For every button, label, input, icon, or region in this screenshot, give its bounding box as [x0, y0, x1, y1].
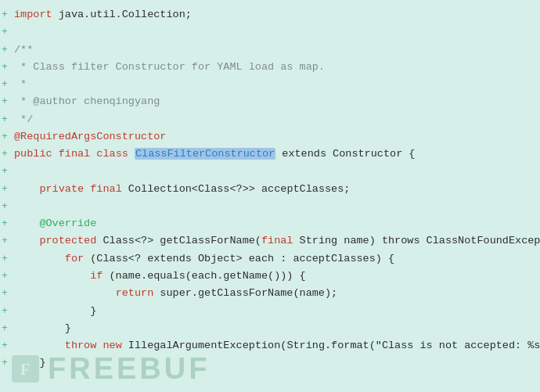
token: /**: [14, 44, 33, 56]
token: final: [59, 148, 91, 160]
line-content: }: [11, 320, 540, 337]
token: [52, 148, 59, 160]
line-content: * @author chenqingyang: [11, 93, 540, 110]
code-line: + * Class filter Constructor for YAML lo…: [0, 59, 540, 76]
line-content: @Override: [11, 215, 540, 232]
line-indicator: +: [0, 354, 11, 371]
code-line: +@RequiredArgsConstructor: [0, 128, 540, 146]
line-indicator: +: [0, 146, 11, 162]
token: @RequiredArgsConstructor: [14, 131, 166, 142]
line-content: private final Collection<Class<?>> accep…: [11, 181, 540, 198]
token: *: [14, 78, 27, 90]
token: for: [65, 253, 84, 264]
line-indicator: +: [0, 128, 11, 145]
token: [128, 148, 135, 160]
line-indicator: +: [0, 23, 11, 40]
code-line: + *: [0, 76, 540, 93]
token: private: [39, 183, 84, 195]
token: [14, 340, 65, 351]
line-content: if (name.equals(each.getName())) {: [11, 268, 540, 285]
line-indicator: +: [0, 268, 11, 284]
code-line: +import java.util.Collection;: [0, 6, 540, 23]
token: extends Constructor {: [275, 148, 415, 160]
token: return: [116, 287, 154, 299]
code-line: + */: [0, 111, 540, 128]
token: public: [14, 148, 52, 160]
token: (name.equals(each.getName())) {: [103, 270, 305, 282]
token: */: [14, 113, 33, 125]
token: String name) throws ClassNotFoundExcepti…: [293, 235, 540, 246]
line-indicator: +: [0, 232, 11, 249]
line-content: [11, 198, 540, 215]
line-content: protected Class<?> getClassForName(final…: [11, 232, 540, 250]
line-indicator: +: [0, 59, 11, 75]
code-line: +: [0, 23, 540, 41]
line-content: for (Class<? extends Object> each : acce…: [11, 250, 540, 268]
token: protected: [39, 235, 96, 246]
line-indicator: +: [0, 93, 11, 110]
code-line: + @Override: [0, 215, 540, 232]
code-editor: +import java.util.Collection;+ +/**+ * C…: [0, 0, 540, 392]
token: [14, 270, 90, 282]
line-indicator: +: [0, 76, 11, 92]
code-line: + protected Class<?> getClassForName(fin…: [0, 232, 540, 250]
code-line: + for (Class<? extends Object> each : ac…: [0, 250, 540, 268]
token: @Override: [14, 218, 96, 229]
line-content: public final class ClassFilterConstructo…: [11, 146, 540, 163]
line-indicator: +: [0, 250, 11, 267]
line-content: [11, 163, 540, 180]
code-line: + if (name.equals(each.getName())) {: [0, 268, 540, 285]
code-line: +public final class ClassFilterConstruct…: [0, 146, 540, 163]
line-indicator: +: [0, 337, 11, 354]
code-line: +: [0, 198, 540, 215]
line-content: */: [11, 111, 540, 128]
token: Collection<Class<?>> acceptClasses;: [122, 183, 351, 195]
code-line: + }: [0, 320, 540, 337]
line-content: *: [11, 76, 540, 93]
line-content: }: [11, 303, 540, 320]
token: [14, 253, 65, 264]
token: final: [90, 183, 122, 195]
token: if: [90, 270, 103, 282]
line-indicator: +: [0, 181, 11, 197]
line-content: throw new IllegalArgumentException(Strin…: [11, 337, 540, 354]
code-line: + private final Collection<Class<?>> acc…: [0, 181, 540, 198]
token: ClassFilterConstructor: [135, 148, 275, 160]
token: java.util.Collection;: [52, 9, 192, 20]
code-line: + return super.getClassForName(name);: [0, 285, 540, 302]
code-line: + throw new IllegalArgumentException(Str…: [0, 337, 540, 354]
line-content: * Class filter Constructor for YAML load…: [11, 59, 540, 76]
token: import: [14, 9, 52, 20]
line-content: return super.getClassForName(name);: [11, 285, 540, 302]
token: Class<?> getClassForName(: [96, 235, 261, 246]
line-indicator: +: [0, 285, 11, 301]
token: super.getClassForName(name);: [153, 287, 337, 299]
line-content: [11, 23, 540, 41]
token: [14, 183, 39, 195]
code-line: + }: [0, 354, 540, 372]
code-line: +/**: [0, 41, 540, 59]
line-indicator: +: [0, 6, 11, 23]
line-content: }: [11, 354, 540, 372]
code-line: + }: [0, 303, 540, 320]
token: * Class filter Constructor for YAML load…: [14, 61, 325, 73]
token: throw: [65, 340, 97, 351]
code-line: +: [0, 163, 540, 180]
token: }: [14, 357, 46, 369]
line-indicator: +: [0, 320, 11, 336]
token: final: [261, 235, 293, 246]
line-indicator: +: [0, 215, 11, 232]
token: }: [14, 305, 96, 317]
token: new: [103, 340, 121, 351]
line-content: @RequiredArgsConstructor: [11, 128, 540, 146]
token: IllegalArgumentException(String.format("…: [122, 340, 540, 351]
token: (Class<? extends Object> each : acceptCl…: [84, 253, 394, 264]
line-content: import java.util.Collection;: [11, 6, 540, 23]
token: }: [14, 322, 71, 334]
code-line: + * @author chenqingyang: [0, 93, 540, 110]
line-indicator: +: [0, 303, 11, 319]
line-content: /**: [11, 41, 540, 59]
token: [14, 235, 39, 246]
line-indicator: +: [0, 111, 11, 128]
line-indicator: +: [0, 198, 11, 214]
